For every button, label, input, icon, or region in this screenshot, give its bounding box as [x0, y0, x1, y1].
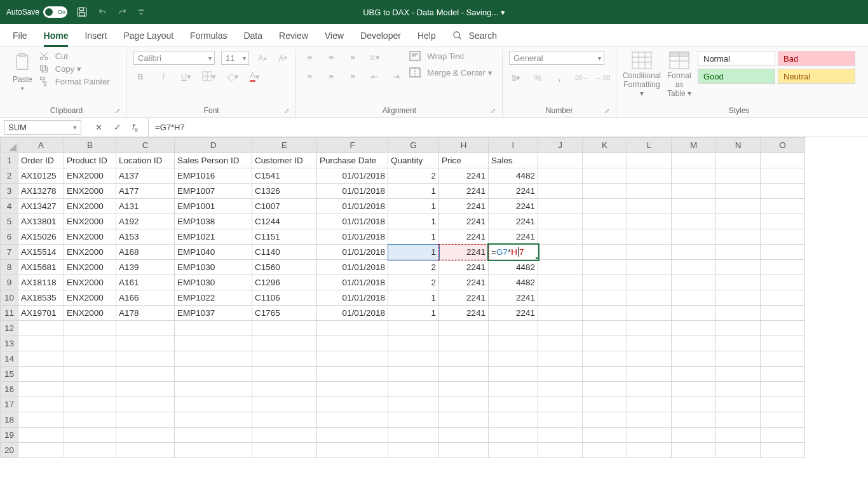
tab-home[interactable]: Home [44, 30, 69, 47]
copy-label: Copy ▾ [55, 64, 81, 74]
tell-me-search[interactable]: Search [452, 30, 497, 41]
wrap-text-button[interactable]: Wrap Text [409, 51, 492, 61]
tab-help[interactable]: Help [417, 30, 436, 41]
group-label: Alignment [383, 106, 416, 115]
cut-button[interactable]: Cut [39, 51, 110, 61]
increase-font-icon[interactable]: A▴ [255, 51, 269, 64]
svg-rect-2 [79, 13, 85, 16]
format-painter-button[interactable]: Format Painter [39, 76, 110, 86]
title-bar: AutoSave On UBG to DAX - Data Model - Sa… [0, 0, 868, 24]
cancel-formula-icon[interactable]: ✕ [95, 123, 102, 132]
font-size-dropdown[interactable]: 11 [221, 51, 249, 65]
autosave-toggle[interactable]: AutoSave On [6, 6, 67, 18]
name-box-value: SUM [8, 123, 27, 132]
tab-review[interactable]: Review [279, 30, 308, 41]
dialog-launcher-icon[interactable]: ⤢ [284, 107, 289, 114]
font-name-dropdown[interactable]: Calibri [133, 51, 215, 65]
align-left-icon[interactable]: ≡ [302, 70, 316, 83]
copy-button[interactable]: Copy ▾ [39, 64, 110, 74]
format-painter-label: Format Painter [55, 77, 110, 86]
orientation-icon[interactable]: ⤭▾ [367, 51, 381, 64]
bold-icon[interactable]: B [133, 70, 147, 83]
increase-indent-icon[interactable]: ⇥ [389, 70, 403, 83]
fill-color-icon[interactable]: ▾ [225, 70, 239, 83]
group-label: Styles [729, 106, 750, 115]
group-label: Number [546, 106, 573, 115]
group-font: Calibri 11 A▴ A▾ B I U ▾ ▾ ▾ A▾ Font⤢ [127, 50, 296, 118]
comma-format-icon[interactable]: , [552, 71, 566, 84]
align-right-icon[interactable]: ≡ [346, 70, 360, 83]
percent-format-icon[interactable]: % [531, 71, 545, 84]
group-label: Clipboard [50, 106, 83, 115]
dialog-launcher-icon[interactable]: ⤢ [491, 107, 496, 114]
svg-point-4 [454, 32, 459, 37]
cell-style-neutral[interactable]: Neutral [778, 69, 855, 84]
wrap-text-label: Wrap Text [427, 51, 464, 61]
chevron-down-icon[interactable]: ▾ [21, 85, 24, 92]
merge-center-button[interactable]: Merge & Center ▾ [409, 67, 492, 78]
tab-page-layout[interactable]: Page Layout [123, 30, 173, 41]
format-as-table-label: Format as Table ▾ [667, 71, 691, 98]
svg-rect-19 [410, 68, 420, 77]
redo-icon[interactable] [117, 8, 128, 17]
italic-icon[interactable]: I [156, 70, 170, 83]
paste-label: Paste [13, 75, 32, 84]
merge-center-label: Merge & Center ▾ [427, 68, 492, 78]
increase-decimal-icon[interactable]: .00→ [574, 71, 588, 84]
ribbon: Paste ▾ Cut Copy ▾ Format Painter Clipbo… [0, 47, 868, 118]
decrease-decimal-icon[interactable]: ←.00 [595, 71, 609, 84]
formula-input[interactable]: =G7*H7 [149, 118, 868, 137]
tab-file[interactable]: File [13, 30, 27, 41]
borders-icon[interactable]: ▾ [202, 70, 216, 83]
tab-formulas[interactable]: Formulas [190, 30, 227, 41]
number-format-dropdown[interactable]: General [509, 51, 604, 65]
align-bottom-icon[interactable]: ≡ [346, 51, 360, 64]
cell-style-bad[interactable]: Bad [778, 51, 855, 66]
save-icon[interactable] [76, 6, 88, 18]
cell-style-normal[interactable]: Normal [698, 51, 775, 66]
group-label: Font [204, 106, 219, 115]
tab-view[interactable]: View [325, 30, 344, 41]
svg-rect-21 [632, 52, 651, 69]
decrease-font-icon[interactable]: A▾ [276, 51, 290, 64]
cut-label: Cut [55, 51, 68, 61]
dialog-launcher-icon[interactable]: ⤢ [115, 107, 120, 114]
formula-bar: SUM ✕ ✓ fx =G7*H7 [0, 118, 868, 137]
qat-customize-icon[interactable] [137, 8, 145, 16]
svg-rect-13 [40, 65, 45, 71]
name-box[interactable]: SUM [4, 120, 81, 135]
svg-line-5 [459, 37, 461, 39]
search-icon [452, 30, 463, 41]
cell-style-good[interactable]: Good [698, 69, 775, 84]
group-styles: Conditional Formatting ▾ Format as Table… [616, 50, 862, 118]
formula-text: =G7*H7 [155, 123, 185, 132]
tab-data[interactable]: Data [243, 30, 262, 41]
tab-developer[interactable]: Developer [360, 30, 401, 41]
conditional-formatting-button[interactable]: Conditional Formatting ▾ [623, 51, 661, 98]
tab-insert[interactable]: Insert [85, 30, 107, 41]
group-alignment: ≡ ≡ ≡ ⤭▾ ≡ ≡ ≡ ⇤ ⇥ Wrap Text [296, 50, 503, 118]
ribbon-tabs: FileHomeInsertPage LayoutFormulasDataRev… [0, 24, 868, 47]
conditional-formatting-label: Conditional Formatting ▾ [623, 71, 661, 98]
enter-formula-icon[interactable]: ✓ [114, 123, 121, 132]
dialog-launcher-icon[interactable]: ⤢ [604, 107, 609, 114]
autosave-label: AutoSave [6, 8, 39, 17]
svg-rect-6 [17, 55, 29, 70]
group-clipboard: Paste ▾ Cut Copy ▾ Format Painter Clipbo… [6, 50, 127, 118]
align-middle-icon[interactable]: ≡ [324, 51, 338, 64]
insert-function-icon[interactable]: fx [132, 122, 138, 133]
autosave-switch-on[interactable]: On [43, 6, 67, 18]
undo-icon[interactable] [97, 8, 108, 17]
svg-rect-12 [42, 67, 47, 72]
format-as-table-button[interactable]: Format as Table ▾ [667, 51, 691, 98]
underline-icon[interactable]: U ▾ [179, 70, 193, 83]
svg-rect-14 [40, 77, 44, 79]
decrease-indent-icon[interactable]: ⇤ [367, 70, 381, 83]
accounting-format-icon[interactable]: $▾ [509, 71, 523, 84]
group-number: General $▾ % , .00→ ←.00 Number⤢ [503, 50, 616, 118]
paste-button[interactable]: Paste ▾ [13, 51, 32, 92]
svg-rect-1 [79, 8, 83, 11]
font-color-icon[interactable]: A▾ [248, 70, 262, 83]
align-top-icon[interactable]: ≡ [302, 51, 316, 64]
align-center-icon[interactable]: ≡ [324, 70, 338, 83]
